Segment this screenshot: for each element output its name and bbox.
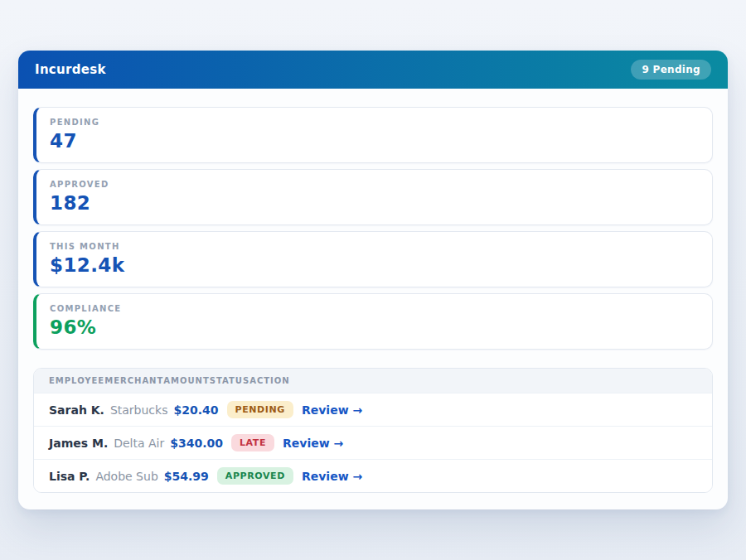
expense-amount: $340.00 <box>170 437 223 450</box>
column-header-action: ACTION <box>249 376 290 385</box>
app-header: Incurdesk 9 Pending <box>18 51 728 89</box>
expense-table: EMPLOYEEMERCHANTAMOUNTSTATUSACTION Sarah… <box>33 368 713 493</box>
card-body: PENDING 47 APPROVED 182 THIS MONTH $12.4… <box>18 89 728 509</box>
expense-row: Lisa P. Adobe Sub $54.99 APPROVED Review… <box>34 459 712 492</box>
stat-value: 182 <box>50 192 699 214</box>
stat-label: PENDING <box>50 118 699 127</box>
column-header-employee: EMPLOYEE <box>49 376 104 385</box>
review-link[interactable]: Review → <box>283 437 343 450</box>
stat-label: COMPLIANCE <box>50 304 699 313</box>
stat-card-compliance: COMPLIANCE 96% <box>33 293 713 350</box>
expense-amount: $20.40 <box>173 403 218 417</box>
status-badge: PENDING <box>227 401 293 418</box>
app-card: Incurdesk 9 Pending PENDING 47 APPROVED … <box>18 51 728 509</box>
page-background: { "header": { "title": "Incurdesk", "pen… <box>0 0 746 560</box>
status-badge: LATE <box>231 434 274 451</box>
employee-name: James M. <box>49 437 108 450</box>
pending-count-badge: 9 Pending <box>631 60 711 80</box>
stat-value: 47 <box>50 130 699 152</box>
stat-card-approved: APPROVED 182 <box>33 169 713 225</box>
column-header-amount: AMOUNT <box>163 376 210 385</box>
status-badge: APPROVED <box>217 467 293 485</box>
expense-row: Sarah K. Starbucks $20.40 PENDING Review… <box>34 393 712 426</box>
merchant-name: Delta Air <box>114 437 164 450</box>
review-link[interactable]: Review → <box>302 403 362 417</box>
column-header-merchant: MERCHANT <box>104 376 163 385</box>
merchant-name: Adobe Sub <box>95 470 157 483</box>
expense-amount: $54.99 <box>164 470 209 483</box>
stat-card-this-month: THIS MONTH $12.4k <box>33 231 713 287</box>
employee-name: Sarah K. <box>49 403 104 417</box>
review-link[interactable]: Review → <box>302 470 362 483</box>
merchant-name: Starbucks <box>110 403 168 417</box>
expense-row: James M. Delta Air $340.00 LATE Review → <box>34 426 712 459</box>
stat-label: APPROVED <box>50 180 699 189</box>
stat-value: $12.4k <box>50 254 699 276</box>
stat-value: 96% <box>50 316 699 338</box>
column-header-status: STATUS <box>210 376 249 385</box>
stat-card-pending: PENDING 47 <box>33 107 713 163</box>
employee-name: Lisa P. <box>49 470 90 483</box>
table-header-row: EMPLOYEEMERCHANTAMOUNTSTATUSACTION <box>34 369 712 393</box>
stat-label: THIS MONTH <box>50 242 699 251</box>
app-title: Incurdesk <box>35 62 106 77</box>
